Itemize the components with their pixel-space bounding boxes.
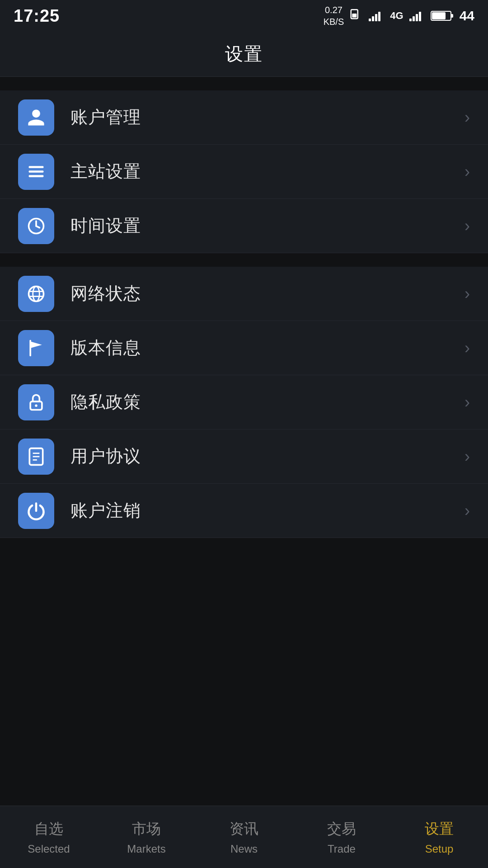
main-site-settings-label: 主站设置 xyxy=(70,160,465,183)
menu-item-version-info[interactable]: 版本信息 › xyxy=(0,321,488,375)
account-management-chevron: › xyxy=(465,108,470,127)
menu-item-user-agreement[interactable]: 用户协议 › xyxy=(0,429,488,484)
time-settings-chevron: › xyxy=(465,217,470,236)
svg-rect-6 xyxy=(409,19,412,21)
network-status-icon-wrapper xyxy=(18,276,54,312)
nav-selected-english: Selected xyxy=(28,843,70,855)
main-content: 账户管理 › 主站设置 › 时间设置 › xyxy=(0,77,488,538)
nav-item-setup[interactable]: 设置 Setup xyxy=(390,806,488,868)
signal-icon-2 xyxy=(409,9,425,23)
network-status-chevron: › xyxy=(465,284,470,303)
battery-icon xyxy=(431,9,454,22)
clock-icon xyxy=(26,216,46,236)
status-time: 17:25 xyxy=(14,6,60,26)
version-info-label: 版本信息 xyxy=(70,336,465,359)
menu-item-account-cancel[interactable]: 账户注销 › xyxy=(0,484,488,538)
nav-setup-chinese: 设置 xyxy=(425,819,454,839)
svg-rect-13 xyxy=(29,166,44,168)
nav-setup-english: Setup xyxy=(425,843,454,855)
account-management-icon-wrapper xyxy=(18,99,54,136)
status-bar: 17:25 0.27KB/S 4G 44 xyxy=(0,0,488,32)
menu-item-network-status[interactable]: 网络状态 › xyxy=(0,267,488,321)
account-cancel-icon-wrapper xyxy=(18,493,54,529)
document-icon xyxy=(26,447,46,467)
svg-rect-11 xyxy=(451,14,453,18)
svg-rect-1 xyxy=(352,14,357,18)
privacy-policy-icon-wrapper xyxy=(18,384,54,420)
time-settings-icon-wrapper xyxy=(18,208,54,244)
globe-icon xyxy=(26,284,46,304)
user-icon xyxy=(26,108,46,127)
menu-item-privacy-policy[interactable]: 隐私政策 › xyxy=(0,375,488,429)
account-management-label: 账户管理 xyxy=(70,106,465,129)
signal-icon-1 xyxy=(368,9,385,23)
status-speed: 0.27KB/S xyxy=(324,4,344,28)
nav-item-trade[interactable]: 交易 Trade xyxy=(293,806,390,868)
lock-icon xyxy=(26,392,46,412)
main-site-settings-chevron: › xyxy=(465,162,470,181)
svg-point-22 xyxy=(35,404,38,407)
network-status-label: 网络状态 xyxy=(70,282,465,305)
svg-rect-15 xyxy=(29,175,44,177)
svg-rect-5 xyxy=(378,12,380,21)
bottom-nav: 自选 Selected 市场 Markets 资讯 News 交易 Trade … xyxy=(0,806,488,868)
flag-icon xyxy=(26,338,46,358)
nav-news-chinese: 资讯 xyxy=(230,819,258,839)
menu-item-main-site-settings[interactable]: 主站设置 › xyxy=(0,145,488,199)
battery-level: 44 xyxy=(460,8,474,24)
user-agreement-label: 用户协议 xyxy=(70,445,465,468)
network-type: 4G xyxy=(390,10,403,22)
svg-rect-14 xyxy=(29,170,44,173)
svg-point-18 xyxy=(33,286,40,301)
status-right: 0.27KB/S 4G 44 xyxy=(324,4,474,28)
svg-rect-2 xyxy=(369,19,371,21)
menu-item-account-management[interactable]: 账户管理 › xyxy=(0,90,488,145)
nav-item-news[interactable]: 资讯 News xyxy=(195,806,293,868)
list-icon xyxy=(26,162,46,182)
user-agreement-chevron: › xyxy=(465,447,470,466)
version-info-icon-wrapper xyxy=(18,330,54,366)
privacy-policy-label: 隐私政策 xyxy=(70,391,465,414)
privacy-policy-chevron: › xyxy=(465,393,470,412)
sim-icon xyxy=(349,9,363,23)
svg-rect-8 xyxy=(416,14,418,21)
page-header: 设置 xyxy=(0,32,488,77)
power-icon xyxy=(26,501,46,521)
svg-point-17 xyxy=(29,286,44,301)
account-cancel-label: 账户注销 xyxy=(70,499,465,522)
svg-rect-9 xyxy=(419,12,421,21)
section-gap-1 xyxy=(0,253,488,267)
svg-rect-3 xyxy=(372,16,374,21)
version-info-chevron: › xyxy=(465,339,470,358)
time-settings-label: 时间设置 xyxy=(70,214,465,237)
menu-item-time-settings[interactable]: 时间设置 › xyxy=(0,199,488,253)
page-title: 设置 xyxy=(225,42,263,66)
account-cancel-chevron: › xyxy=(465,501,470,520)
svg-rect-7 xyxy=(413,16,415,21)
nav-selected-chinese: 自选 xyxy=(34,819,63,839)
nav-item-selected[interactable]: 自选 Selected xyxy=(0,806,98,868)
nav-trade-english: Trade xyxy=(328,843,356,855)
nav-news-english: News xyxy=(230,843,258,855)
nav-trade-chinese: 交易 xyxy=(327,819,356,839)
user-agreement-icon-wrapper xyxy=(18,439,54,475)
svg-rect-12 xyxy=(432,12,446,19)
main-site-settings-icon-wrapper xyxy=(18,154,54,190)
nav-markets-chinese: 市场 xyxy=(132,819,161,839)
nav-item-markets[interactable]: 市场 Markets xyxy=(98,806,195,868)
nav-markets-english: Markets xyxy=(127,843,165,855)
svg-rect-4 xyxy=(375,14,377,21)
